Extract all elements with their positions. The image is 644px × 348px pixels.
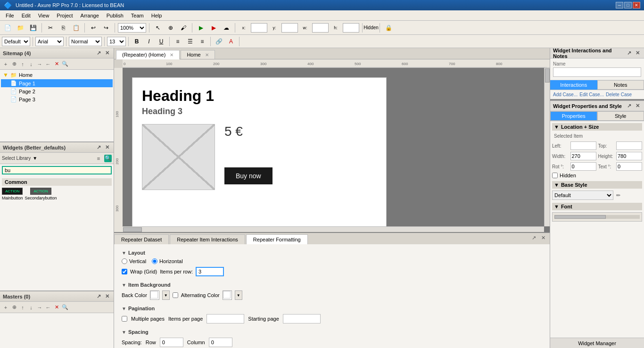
font-size-select[interactable]: 13 (107, 37, 126, 46)
bold-btn[interactable]: B (131, 36, 142, 47)
h-input[interactable] (343, 23, 359, 33)
y-input[interactable] (281, 23, 298, 33)
multiple-pages-checkbox[interactable] (122, 316, 127, 322)
base-style-select[interactable]: Default (552, 191, 613, 200)
x-input[interactable] (251, 23, 267, 33)
repeater-item-interactions-tab[interactable]: Repeater Item Interactions (170, 234, 245, 244)
add-case-link[interactable]: Add Case... (553, 92, 578, 97)
widget-secondarybutton[interactable]: ACTION Secondarybutton (25, 188, 57, 200)
home-tab-close[interactable]: ✕ (205, 52, 209, 58)
alt-color-dropdown-btn[interactable]: ▼ (235, 290, 242, 300)
repeater-formatting-tab[interactable]: Repeater Formatting (246, 234, 308, 244)
menu-publish[interactable]: Publish (103, 12, 127, 19)
close-button[interactable]: ✕ (633, 2, 640, 8)
home-tab[interactable]: Home ✕ (181, 50, 215, 59)
style-select[interactable]: Default (2, 37, 30, 46)
sitemap-page1[interactable]: 📄 Page 1 (1, 79, 113, 87)
color-swatch-btn[interactable] (150, 290, 159, 300)
font-scrollbar[interactable] (554, 215, 640, 219)
menu-team[interactable]: Team (127, 12, 148, 19)
horizontal-radio[interactable] (152, 258, 157, 264)
bottom-close-btn[interactable]: ✕ (539, 234, 547, 241)
items-per-page-input[interactable] (206, 314, 244, 323)
connect-btn[interactable]: ⊕ (165, 23, 176, 33)
align-right-btn[interactable]: ≡ (197, 36, 208, 47)
widget-manager-btn[interactable]: Widget Manager (550, 338, 644, 348)
font-color-btn[interactable]: A (225, 36, 237, 47)
new-btn[interactable]: 📄 (2, 23, 13, 33)
widgets-close-btn[interactable]: ✕ (103, 144, 111, 151)
redo-btn[interactable]: ↪ (100, 23, 112, 33)
menu-file[interactable]: File (2, 12, 18, 19)
format-btn[interactable]: 🖌 (178, 23, 189, 33)
publish-btn[interactable]: ☁ (221, 23, 232, 33)
menu-arrange[interactable]: Arrange (77, 12, 103, 19)
notes-tab[interactable]: Notes (597, 80, 644, 90)
horizontal-radio-label[interactable]: Horizontal (152, 258, 183, 264)
starting-page-input[interactable] (283, 314, 321, 323)
alternating-color-checkbox[interactable] (173, 292, 178, 298)
paste-btn[interactable]: 📋 (70, 23, 82, 33)
menu-project[interactable]: Project (53, 12, 76, 19)
canvas-scroll[interactable]: Heading 1 Heading 3 5 € Buy now (123, 68, 550, 232)
select-btn[interactable]: ↖ (152, 23, 164, 33)
widgets-search-input[interactable] (2, 166, 112, 174)
vertical-radio-label[interactable]: Vertical (122, 258, 146, 264)
sitemap-add-btn[interactable]: + (2, 60, 9, 68)
link-btn[interactable]: 🔗 (213, 36, 224, 47)
minimize-button[interactable]: ─ (616, 2, 623, 8)
wp-close-btn[interactable]: ✕ (634, 102, 641, 110)
undo-btn[interactable]: ↩ (88, 23, 99, 33)
interactions-close-btn[interactable]: ✕ (634, 50, 641, 57)
widget-mainbutton[interactable]: ACTION Mainbutton (2, 188, 23, 200)
align-center-btn[interactable]: ☰ (184, 36, 196, 47)
row-spacing-input[interactable] (160, 338, 183, 347)
sitemap-page3[interactable]: 📄 Page 3 (1, 95, 113, 103)
underline-btn[interactable]: U (156, 36, 167, 47)
v-scrollbar-thumb[interactable] (545, 68, 550, 83)
widgets-menu-btn[interactable]: ≡ (95, 155, 102, 162)
sitemap-down-btn[interactable]: ↓ (27, 60, 35, 68)
rot-input[interactable] (570, 162, 596, 171)
sitemap-delete-btn[interactable]: ✕ (53, 60, 60, 68)
base-style-edit-btn[interactable]: ✏ (614, 191, 622, 199)
font-scrollbar-area[interactable] (552, 212, 642, 222)
widgets-search-toggle[interactable]: 🔍 (104, 155, 112, 162)
italic-btn[interactable]: I (143, 36, 155, 47)
wrap-grid-checkbox[interactable] (122, 269, 127, 274)
masters-outdent-btn[interactable]: ← (44, 304, 52, 311)
save-btn[interactable]: 💾 (27, 23, 39, 33)
repeater-tab[interactable]: (Repeater) (Home) ✕ (116, 50, 180, 59)
sitemap-indent-btn[interactable]: → (36, 60, 43, 68)
masters-down-btn[interactable]: ↓ (27, 304, 35, 311)
name-input[interactable] (553, 67, 641, 77)
play-btn[interactable]: ▶ (195, 23, 206, 33)
color-dropdown-btn[interactable]: ▼ (162, 290, 170, 300)
alt-color-swatch-btn[interactable] (223, 290, 232, 300)
repeater-dataset-tab[interactable]: Repeater Dataset (114, 234, 169, 244)
canvas-widget[interactable]: Heading 1 Heading 3 5 € Buy now (132, 77, 387, 232)
hidden-checkbox[interactable] (552, 173, 558, 178)
buy-button[interactable]: Buy now (224, 167, 272, 184)
maximize-button[interactable]: □ (624, 2, 632, 8)
select-library-dropdown[interactable]: ▼ (33, 156, 37, 161)
widgets-expand-btn[interactable]: ↗ (95, 144, 102, 151)
masters-indent-btn[interactable]: → (36, 304, 43, 311)
open-btn[interactable]: 📁 (15, 23, 26, 33)
sitemap-add-child-btn[interactable]: ⊕ (10, 60, 18, 68)
sitemap-expand-btn[interactable]: ↗ (95, 50, 102, 57)
font-scrollbar-thumb[interactable] (554, 215, 606, 219)
sitemap-up-btn[interactable]: ↑ (19, 60, 26, 68)
hidden-btn[interactable]: Hidden (365, 23, 377, 33)
bottom-expand-btn[interactable]: ↗ (530, 234, 537, 241)
menu-edit[interactable]: Edit (18, 12, 34, 19)
menu-view[interactable]: View (34, 12, 53, 19)
paragraph-style-select[interactable]: Normal (69, 37, 102, 46)
copy-btn[interactable]: ⎘ (58, 23, 69, 33)
preview-btn[interactable]: ▶ (208, 23, 219, 33)
left-input[interactable] (570, 141, 596, 150)
cut-btn[interactable]: ✂ (45, 23, 56, 33)
width-input[interactable] (570, 152, 596, 160)
masters-add-btn[interactable]: + (2, 304, 9, 311)
masters-delete-btn[interactable]: ✕ (53, 304, 60, 311)
